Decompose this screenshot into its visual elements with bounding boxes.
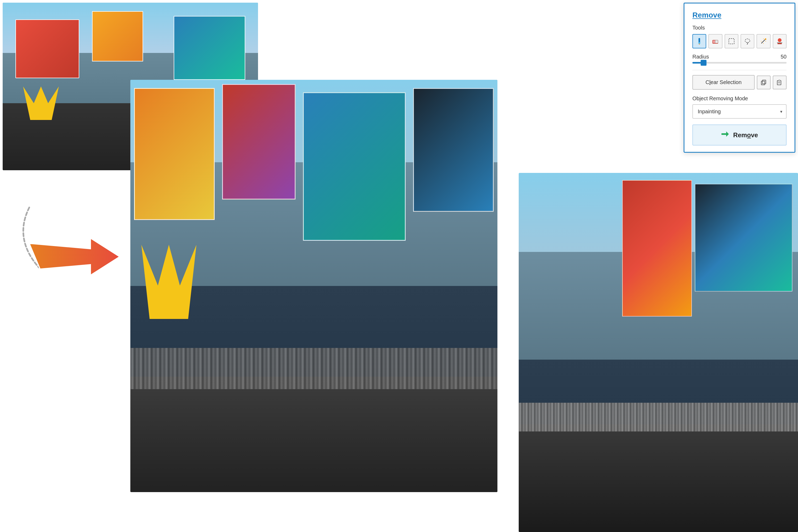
object-removing-label: Object Removing Mode	[692, 95, 786, 101]
rem-ve: ve	[751, 131, 758, 138]
stamp-tool-btn[interactable]	[773, 34, 786, 49]
svg-rect-17	[777, 42, 782, 43]
clear-selection-row: Clear Selection	[692, 75, 786, 90]
remove-action-button[interactable]: Remove	[692, 125, 786, 146]
after-billboard-1	[134, 88, 215, 220]
svg-marker-0	[29, 238, 120, 275]
brush-tool-btn[interactable]	[692, 34, 706, 49]
rem-o: o	[747, 131, 751, 138]
svg-rect-3	[699, 44, 700, 44]
after-billboard-3	[303, 92, 406, 241]
magic-wand-icon	[760, 38, 767, 45]
rect-select-tool-btn[interactable]	[725, 34, 738, 49]
after-mcdonalds	[141, 245, 196, 319]
svg-point-10	[765, 38, 766, 40]
bottom-right-image	[519, 173, 798, 532]
eraser-icon	[711, 38, 719, 45]
slider-thumb[interactable]	[701, 60, 706, 66]
curved-arrow-decoration	[8, 200, 130, 279]
copy-icon	[760, 79, 767, 86]
radius-row: Radius 50	[692, 54, 786, 60]
rect-select-icon	[728, 38, 735, 45]
svg-rect-23	[779, 80, 780, 81]
arrow-right-icon	[721, 130, 729, 138]
slider-track	[692, 62, 786, 63]
magic-wand-tool-btn[interactable]	[757, 34, 770, 49]
br-billboard-2	[622, 180, 692, 317]
tools-row	[692, 34, 786, 49]
radius-slider-container	[692, 62, 786, 63]
remove-btn-label: Remove	[733, 131, 758, 139]
after-billboard-4	[413, 88, 494, 212]
radius-value: 50	[781, 54, 786, 60]
after-street	[130, 377, 497, 492]
svg-rect-18	[761, 81, 765, 85]
lasso-icon	[744, 38, 751, 45]
cs-rest: ear Selection	[710, 79, 742, 85]
brush-icon	[696, 38, 703, 45]
after-billboard-2	[222, 84, 296, 200]
after-crowd	[130, 348, 497, 389]
svg-rect-1	[699, 38, 700, 42]
paste-selection-button[interactable]	[773, 76, 786, 89]
stamp-icon	[776, 38, 783, 45]
radius-label: Radius	[692, 54, 709, 60]
inpainting-dropdown[interactable]: Inpainting Content-Aware Fill Fast	[692, 104, 786, 119]
mcdonalds-arch-before	[23, 87, 59, 120]
after-image	[130, 80, 497, 492]
remove-btn-arrow-icon	[721, 130, 729, 140]
svg-rect-5	[715, 40, 718, 43]
br-crowd	[519, 403, 798, 432]
billboard-yellow	[92, 11, 143, 61]
svg-rect-19	[762, 80, 766, 84]
svg-line-9	[761, 39, 765, 43]
svg-rect-7	[729, 39, 734, 44]
br-street	[519, 424, 798, 532]
rem-r: Rem	[733, 131, 747, 138]
clear-selection-label: Clear Selection	[705, 79, 742, 85]
inpainting-dropdown-container: Inpainting Content-Aware Fill Fast ▾	[692, 104, 786, 119]
panel-title: Remove	[692, 11, 786, 19]
divider-1	[692, 70, 786, 70]
br-billboard-1	[695, 184, 793, 291]
lasso-tool-btn[interactable]	[741, 34, 754, 49]
billboard-red	[15, 19, 79, 78]
copy-selection-button[interactable]	[757, 76, 771, 89]
cs-c: C	[705, 79, 709, 85]
svg-rect-2	[698, 42, 700, 44]
paste-icon	[776, 79, 783, 86]
eraser-tool-btn[interactable]	[708, 34, 722, 49]
svg-rect-24	[721, 133, 727, 135]
svg-rect-20	[777, 81, 781, 85]
svg-marker-25	[726, 131, 729, 137]
svg-point-15	[778, 38, 781, 42]
remove-panel: Remove Tools	[684, 3, 795, 153]
svg-point-8	[745, 39, 750, 42]
billboard-blue	[174, 16, 245, 79]
tools-label: Tools	[692, 25, 786, 31]
clear-selection-button[interactable]: Clear Selection	[692, 75, 755, 90]
